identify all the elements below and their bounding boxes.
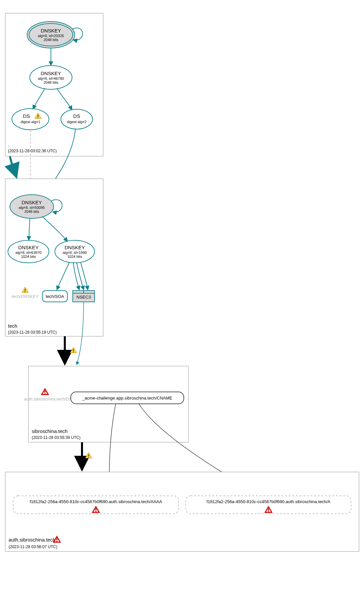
node-tech-ksk: DNSKEY alg=8, id=50095 2048 bits — [10, 195, 54, 218]
svg-text:DNSKEY: DNSKEY — [41, 71, 61, 76]
zone-root-name: . — [8, 142, 9, 147]
svg-rect-45 — [13, 496, 179, 514]
svg-text:1024 bits: 1024 bits — [67, 255, 82, 259]
svg-rect-47 — [186, 496, 351, 514]
node-tech-soa: tech/SOA — [42, 291, 67, 302]
svg-text:alg=8, id=63970: alg=8, id=63970 — [16, 251, 42, 255]
svg-text:f1812fa2-256a-4550-810c-cc4567: f1812fa2-256a-4550-810c-cc4567b0f690.aut… — [30, 499, 162, 504]
svg-text:DNSKEY: DNSKEY — [21, 200, 42, 205]
svg-text:2048 bits: 2048 bits — [44, 38, 59, 42]
node-root-zsk: DNSKEY alg=8, id=46780 2048 bits — [30, 66, 72, 89]
svg-text:_acme-challenge.app.sibroschin: _acme-challenge.app.sibroschina.tech/CNA… — [82, 396, 173, 401]
svg-text:1024 bits: 1024 bits — [21, 255, 36, 259]
svg-text:DS: DS — [73, 113, 80, 119]
svg-text:digest alg=1: digest alg=1 — [20, 120, 40, 124]
svg-text:f1812fa2-256a-4550-810c-cc4567: f1812fa2-256a-4550-810c-cc4567b0f690.aut… — [207, 499, 331, 504]
node-aaaa: f1812fa2-256a-4550-810c-cc4567b0f690.aut… — [13, 496, 179, 514]
svg-text:2048 bits: 2048 bits — [24, 210, 39, 213]
node-tech-zsk-a: DNSKEY alg=8, id=63970 1024 bits — [8, 240, 49, 263]
svg-text:tech/SOA: tech/SOA — [46, 294, 64, 299]
node-ds1: DS digest alg=1 — [12, 109, 49, 130]
node-nsec3: NSEC3 — [73, 291, 95, 302]
node-cname: _acme-challenge.app.sibroschina.tech/CNA… — [71, 392, 184, 404]
zone-sibroschina: sibroschina.tech (2023-11-28 03:55:39 UT… — [28, 366, 188, 442]
node-tech-zsk-b: DNSKEY alg=8, id=1990 1024 bits — [55, 240, 95, 263]
svg-text:DS: DS — [23, 113, 30, 119]
zone-sibroschina-ts: (2023-11-28 03:55:39 UTC) — [32, 435, 80, 440]
svg-text:NSEC3: NSEC3 — [76, 295, 91, 300]
zone-root-ts: (2023-11-28 03:02:36 UTC) — [8, 149, 57, 153]
node-a: f1812fa2-256a-4550-810c-cc4567b0f690.aut… — [186, 496, 351, 514]
zone-tech-ts: (2023-11-28 03:55:19 UTC) — [8, 330, 57, 335]
svg-text:digest alg=2: digest alg=2 — [67, 120, 87, 124]
warning-icon — [85, 452, 92, 458]
node-ds2: DS digest alg=2 — [61, 109, 93, 129]
svg-text:DNSKEY: DNSKEY — [64, 245, 85, 250]
zone-auth-ts: (2023-11-28 03:56:07 UTC) — [9, 544, 57, 549]
warning-icon — [70, 347, 77, 353]
zone-sibroschina-name: sibroschina.tech — [32, 428, 67, 434]
svg-point-14 — [12, 109, 49, 130]
svg-text:alg=8, id=20326: alg=8, id=20326 — [38, 34, 64, 38]
node-root-ksk: DNSKEY alg=8, id=20326 2048 bits — [27, 22, 75, 48]
svg-text:auth.sibroschina.tech/DS: auth.sibroschina.tech/DS — [24, 397, 72, 402]
svg-text:alg=8, id=50095: alg=8, id=50095 — [19, 206, 45, 210]
zone-auth-name: auth.sibroschina.tech — [9, 537, 56, 543]
zone-tech-name: tech — [8, 323, 17, 329]
svg-text:DNSKEY: DNSKEY — [41, 28, 61, 33]
svg-text:DNSKEY: DNSKEY — [18, 245, 39, 250]
svg-point-17 — [61, 109, 93, 129]
svg-text:tech/DNSKEY: tech/DNSKEY — [12, 294, 39, 299]
dnssec-diagram: . (2023-11-28 03:02:36 UTC) DNSKEY alg=8… — [0, 0, 364, 615]
svg-text:alg=8, id=46780: alg=8, id=46780 — [38, 76, 64, 80]
edge-root-to-tech-delegation — [10, 156, 17, 177]
svg-text:alg=8, id=1990: alg=8, id=1990 — [63, 251, 87, 255]
svg-text:2048 bits: 2048 bits — [44, 80, 59, 84]
